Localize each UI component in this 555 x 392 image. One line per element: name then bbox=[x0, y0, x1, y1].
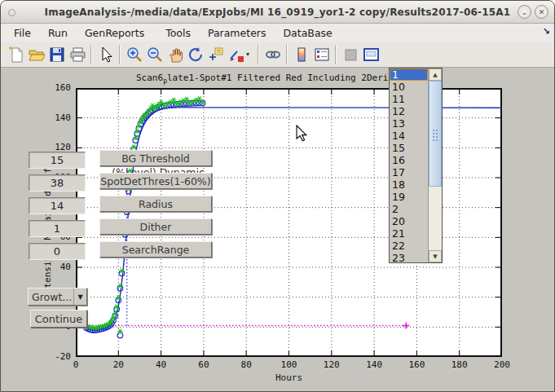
scroll-down-icon[interactable]: ▼ bbox=[429, 250, 442, 262]
toolbar-separator bbox=[90, 45, 92, 64]
zoom-out-icon[interactable] bbox=[144, 44, 165, 64]
show-plot-tools-icon[interactable] bbox=[360, 44, 381, 64]
figure-toolbar: ▾ bbox=[1, 42, 554, 68]
obscured-text-fragment: (%Level) Dynamic bbox=[97, 166, 219, 173]
listbox-item[interactable]: 1 bbox=[390, 68, 428, 81]
menu-bar: File Run GenReports Tools Parameters Dat… bbox=[1, 24, 554, 42]
x-tick-label: 100 bbox=[277, 359, 302, 370]
dither-field[interactable] bbox=[29, 220, 86, 237]
pointer-icon[interactable] bbox=[95, 44, 116, 64]
x-axis-label: Hours bbox=[76, 372, 502, 383]
listbox-item[interactable]: 22 bbox=[390, 240, 428, 252]
menu-overflow-icon[interactable]: ↘ bbox=[543, 26, 550, 37]
continue-button[interactable]: Continue bbox=[30, 310, 87, 328]
y-tick-label: -20 bbox=[46, 351, 71, 362]
plot-title: Scan6plate1-Spot#1 Filtered Red Includin… bbox=[76, 73, 390, 85]
y-tick-label: 140 bbox=[46, 112, 71, 123]
link-plots-icon[interactable] bbox=[262, 44, 283, 64]
growth-mode-dropdown[interactable]: Growt... ▼ bbox=[28, 288, 87, 306]
pan-hand-icon[interactable] bbox=[165, 44, 185, 64]
save-figure-icon[interactable] bbox=[46, 44, 67, 64]
x-tick-label: 60 bbox=[192, 359, 216, 370]
menu-file[interactable]: File bbox=[9, 25, 36, 41]
x-tick-label: 20 bbox=[106, 359, 130, 370]
listbox-item[interactable]: 12 bbox=[390, 105, 428, 117]
x-tick-label: 160 bbox=[404, 359, 429, 370]
x-tick-label: 40 bbox=[149, 359, 174, 370]
menu-database[interactable]: DataBase bbox=[278, 25, 337, 41]
searchrange-button[interactable]: SearchRange bbox=[99, 241, 212, 258]
listbox-item[interactable]: 11 bbox=[390, 93, 428, 105]
x-tick-label: 120 bbox=[319, 359, 344, 370]
menu-run[interactable]: Run bbox=[43, 25, 73, 41]
dither-button[interactable]: Dither bbox=[99, 218, 212, 235]
listbox-item[interactable]: 18 bbox=[390, 178, 428, 191]
searchrange-field[interactable] bbox=[29, 243, 86, 260]
x-tick-label: 140 bbox=[362, 359, 386, 370]
insert-legend-icon[interactable] bbox=[311, 44, 332, 64]
window-titlebar[interactable]: ImageAnalysis-/media/data/ExpJobs/MI 16_… bbox=[1, 1, 554, 24]
x-tick-label: 200 bbox=[490, 359, 514, 370]
open-file-icon[interactable] bbox=[26, 44, 46, 64]
app-window: Scan6plate1-Spot#1 Filtered Red Includin… bbox=[0, 0, 555, 392]
menu-parameters[interactable]: Parameters bbox=[203, 25, 271, 41]
listbox-item[interactable]: 16 bbox=[390, 154, 428, 166]
insert-colorbar-icon[interactable] bbox=[291, 44, 311, 64]
listbox-item[interactable]: 19 bbox=[390, 191, 428, 203]
bg-threshold-field[interactable] bbox=[29, 152, 86, 169]
listbox-item[interactable]: 20 bbox=[390, 215, 428, 227]
listbox-item[interactable]: 10 bbox=[390, 81, 428, 93]
scrollbar-grip bbox=[432, 129, 439, 142]
radius-field[interactable] bbox=[29, 197, 86, 214]
y-axis-label-fragment: tensit bbox=[42, 261, 53, 288]
zoom-in-icon[interactable] bbox=[124, 44, 144, 64]
window-title: ImageAnalysis-/media/data/ExpJobs/MI 16_… bbox=[45, 7, 511, 18]
data-cursor-icon[interactable] bbox=[205, 44, 226, 64]
y-tick-label: 160 bbox=[46, 82, 71, 93]
bg-threshold-button[interactable]: BG Threshold bbox=[99, 150, 212, 166]
menu-genreports[interactable]: GenReports bbox=[80, 25, 149, 41]
window-menu-icon[interactable] bbox=[8, 9, 15, 16]
x-tick-label: 180 bbox=[447, 359, 472, 370]
brush-dropdown-caret[interactable]: ▾ bbox=[246, 51, 254, 58]
scrollbar-thumb[interactable] bbox=[429, 81, 442, 187]
mouse-cursor-icon bbox=[296, 125, 308, 143]
growth-mode-dropdown-label: Growt... bbox=[29, 291, 73, 303]
listbox-item[interactable]: 15 bbox=[390, 142, 428, 154]
print-figure-icon[interactable] bbox=[67, 44, 87, 64]
radius-button[interactable]: Radius bbox=[99, 196, 212, 212]
spotdetthres-button[interactable]: SpotDetThres(1-60%) bbox=[99, 173, 212, 189]
listbox-scrollbar[interactable]: ▲ ▼ bbox=[428, 68, 442, 262]
toolbar-separator bbox=[119, 45, 121, 64]
toolbar-separator bbox=[286, 45, 288, 64]
listbox-item[interactable]: 13 bbox=[390, 117, 428, 130]
minimize-button[interactable]: ⌄ bbox=[518, 5, 531, 19]
listbox-item[interactable]: 17 bbox=[390, 166, 428, 178]
listbox-item[interactable]: 2 bbox=[390, 203, 428, 215]
listbox-item[interactable]: 23 bbox=[390, 252, 428, 264]
close-button[interactable]: ✕ bbox=[535, 5, 548, 19]
rotate-3d-icon[interactable] bbox=[185, 44, 205, 64]
listbox-item[interactable]: 14 bbox=[390, 130, 428, 142]
new-figure-icon[interactable] bbox=[6, 44, 26, 64]
hide-plot-tools-icon[interactable] bbox=[340, 44, 360, 64]
brush-icon[interactable] bbox=[226, 44, 246, 64]
chevron-down-icon: ▼ bbox=[73, 288, 86, 305]
scroll-up-icon[interactable]: ▲ bbox=[429, 68, 442, 81]
menu-tools[interactable]: Tools bbox=[161, 25, 196, 41]
listbox-item[interactable]: 21 bbox=[390, 227, 428, 240]
toolbar-separator bbox=[258, 45, 259, 64]
x-tick-label: 80 bbox=[234, 359, 258, 370]
toolbar-separator bbox=[335, 45, 337, 64]
spotdetthres-field[interactable] bbox=[29, 174, 86, 192]
spot-listbox[interactable]: 110111213141516171819220212223 ▲ ▼ bbox=[389, 68, 443, 263]
